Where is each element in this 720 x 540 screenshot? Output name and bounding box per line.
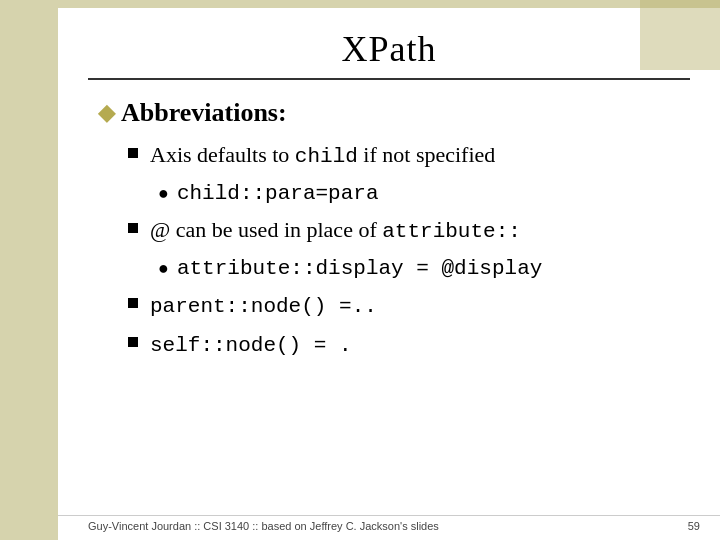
bullet-parent: parent::node() =.. [98, 290, 680, 321]
bullet-self: self::node() = . [98, 329, 680, 360]
sub-bullet-dot-icon: ● [158, 183, 169, 204]
section-header-text: Abbreviations: [121, 98, 287, 128]
bullet-axis: Axis defaults to child if not specified [98, 140, 680, 171]
sub-bullet-child-para-text: child::para=para [177, 179, 379, 208]
code-parent-node: parent::node() =.. [150, 295, 377, 318]
sub-bullet-child-para: ● child::para=para [98, 179, 680, 208]
section-header: ◆ Abbreviations: [98, 98, 680, 128]
code-self-node: self::node() = . [150, 334, 352, 357]
sub-bullet-attribute-display: ● attribute::display = @display [98, 254, 680, 283]
bullet-square-icon-2 [128, 223, 138, 233]
bullet-at: @ can be used in place of attribute:: [98, 215, 680, 246]
sub-bullet-attribute-text: attribute::display = @display [177, 254, 542, 283]
bullet-self-text: self::node() = . [150, 329, 352, 360]
footer-credit: Guy-Vincent Jourdan :: CSI 3140 :: based… [88, 520, 439, 532]
slide-title: XPath [88, 28, 690, 70]
bullet-axis-text: Axis defaults to child if not specified [150, 140, 495, 171]
main-content: ◆ Abbreviations: Axis defaults to child … [88, 98, 690, 510]
code-child: child [295, 145, 358, 168]
bullet-square-icon-4 [128, 337, 138, 347]
code-attribute: attribute:: [382, 220, 521, 243]
footer-page-number: 59 [688, 520, 700, 532]
footer: Guy-Vincent Jourdan :: CSI 3140 :: based… [58, 515, 720, 532]
bullet-square-icon-3 [128, 298, 138, 308]
diamond-bullet-icon: ◆ [98, 100, 115, 126]
left-decorative-bar [0, 0, 58, 540]
bullet-at-text: @ can be used in place of attribute:: [150, 215, 521, 246]
sub-bullet-dot-icon-2: ● [158, 258, 169, 279]
top-decorative-bar [58, 0, 720, 8]
bullet-square-icon [128, 148, 138, 158]
title-section: XPath [88, 18, 690, 80]
slide-content: XPath ◆ Abbreviations: Axis defaults to … [58, 8, 720, 540]
bullet-parent-text: parent::node() =.. [150, 290, 377, 321]
